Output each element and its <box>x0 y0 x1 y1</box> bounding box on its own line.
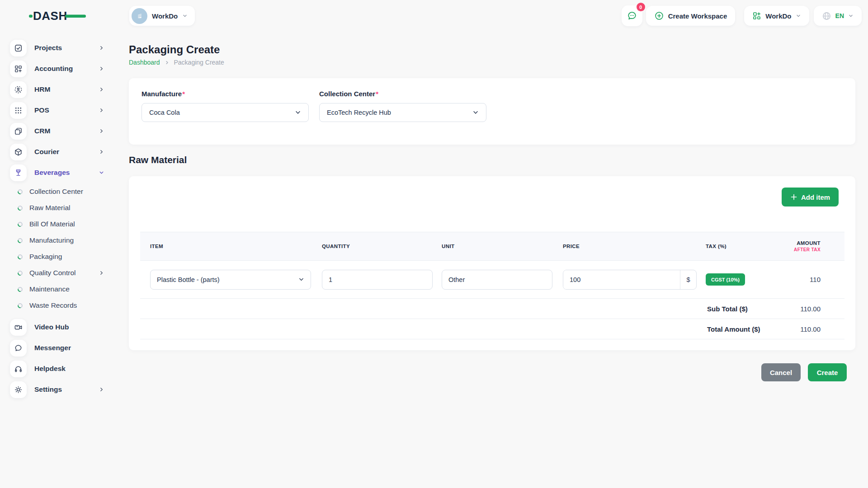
form-actions: Cancel Create <box>129 363 855 381</box>
total-amount-value: 110.00 <box>800 325 821 333</box>
dots-grid-icon <box>10 102 27 119</box>
chevron-right-icon <box>165 60 170 65</box>
sidebar-item-manufacturing[interactable]: Manufacturing <box>10 235 113 246</box>
globe-icon <box>822 11 831 21</box>
manufacture-value: Coca Cola <box>149 109 180 116</box>
grid-plus-icon <box>752 11 761 20</box>
add-item-button[interactable]: Add item <box>782 188 839 206</box>
sidebar-item-waste-records[interactable]: Waste Records <box>10 300 113 311</box>
overlap-squares-icon <box>10 123 27 140</box>
sidebar-item-quality-control[interactable]: Quality Control <box>10 267 113 278</box>
sidebar-item-label: Messenger <box>34 344 71 352</box>
currency-suffix: $ <box>680 270 696 289</box>
chevron-down-icon <box>99 170 104 176</box>
bullet-icon <box>17 189 23 195</box>
sidebar-item-video-hub[interactable]: Video Hub <box>10 319 113 335</box>
sidebar-item-settings[interactable]: Settings <box>10 381 113 398</box>
sidebar-item-raw-material[interactable]: Raw Material <box>10 202 113 213</box>
messages-count-badge: 0 <box>637 3 645 11</box>
workspace-switcher[interactable]: WorkDo <box>129 6 195 26</box>
chevron-down-icon <box>298 277 304 282</box>
collection-center-label: Collection Center* <box>319 90 486 98</box>
quantity-input[interactable] <box>322 270 433 290</box>
language-code: EN <box>835 12 844 19</box>
create-workspace-label: Create Workspace <box>668 12 727 20</box>
sidebar-item-label: Settings <box>34 385 62 394</box>
dash-logo[interactable]: DASH <box>29 9 86 23</box>
circle-plus-icon <box>654 11 664 21</box>
chevron-down-icon <box>295 109 301 116</box>
col-header-item: ITEM <box>140 244 322 249</box>
sidebar-subitem-label: Collection Center <box>29 188 83 196</box>
sidebar-item-collection-center[interactable]: Collection Center <box>10 186 113 197</box>
language-selector[interactable]: EN <box>814 6 862 26</box>
sidebar-item-label: CRM <box>34 127 50 135</box>
main-content: Packaging Create Dashboard Packaging Cre… <box>129 32 855 381</box>
chevron-right-icon <box>99 128 104 134</box>
messages-button[interactable]: 0 <box>622 5 642 26</box>
required-asterisk: * <box>182 90 185 98</box>
page-title: Packaging Create <box>129 43 855 56</box>
item-cell: Plastic Bottle - (parts) <box>140 270 322 290</box>
sidebar-item-beverages[interactable]: Beverages <box>10 164 113 181</box>
raw-material-card: Add item ITEM QUANTITY UNIT PRICE TAX (%… <box>129 176 855 350</box>
sidebar-item-helpdesk[interactable]: Helpdesk <box>10 361 113 377</box>
sidebar-subitem-label: Bill Of Material <box>29 220 75 228</box>
chevron-right-icon <box>99 149 104 155</box>
chevron-down-icon <box>472 109 479 116</box>
sidebar-item-projects[interactable]: Projects <box>10 40 113 56</box>
cancel-button[interactable]: Cancel <box>761 363 801 381</box>
breadcrumb-dashboard-link[interactable]: Dashboard <box>129 59 160 66</box>
sidebar-item-maintenance[interactable]: Maintenance <box>10 284 113 295</box>
sidebar-item-packaging[interactable]: Packaging <box>10 251 113 262</box>
chevron-right-icon <box>99 87 104 93</box>
workdo-menu-label: WorkDo <box>765 12 791 20</box>
create-button[interactable]: Create <box>808 363 847 381</box>
sidebar-item-label: Beverages <box>34 169 70 177</box>
item-value: Plastic Bottle - (parts) <box>157 276 220 283</box>
grid-plus-icon <box>10 61 27 77</box>
person-target-icon <box>10 81 27 98</box>
sidebar-item-bill-of-material[interactable]: Bill Of Material <box>10 219 113 230</box>
sidebar-item-pos[interactable]: POS <box>10 102 113 118</box>
price-input-group: $ <box>563 270 697 290</box>
table-row: Plastic Bottle - (parts) $ <box>140 261 844 299</box>
manufacture-select[interactable]: Coca Cola <box>142 103 309 122</box>
sidebar-item-messenger[interactable]: Messenger <box>10 340 113 356</box>
collection-center-value: EcoTech Recycle Hub <box>327 109 391 116</box>
unit-cell <box>442 270 563 290</box>
chevron-right-icon <box>99 270 104 276</box>
workdo-menu-button[interactable]: WorkDo <box>744 6 809 26</box>
sidebar-item-label: Accounting <box>34 65 73 73</box>
sidebar-item-label: Projects <box>34 44 62 52</box>
raw-material-table: ITEM QUANTITY UNIT PRICE TAX (%) AMOUNT … <box>140 232 844 339</box>
chevron-right-icon <box>99 387 104 393</box>
bullet-icon <box>17 205 23 211</box>
create-workspace-button[interactable]: Create Workspace <box>646 6 736 26</box>
col-header-quantity: QUANTITY <box>322 244 442 249</box>
sidebar-item-courier[interactable]: Courier <box>10 144 113 160</box>
sidebar-item-label: POS <box>34 106 49 114</box>
item-select[interactable]: Plastic Bottle - (parts) <box>150 270 311 290</box>
packaging-form-card: Manufacture* Coca Cola Collection Center… <box>129 78 855 145</box>
sub-total-value: 110.00 <box>800 305 821 313</box>
sidebar-item-hrm[interactable]: HRM <box>10 81 113 98</box>
required-asterisk: * <box>376 90 378 98</box>
sidebar-item-crm[interactable]: CRM <box>10 123 113 139</box>
sidebar: Projects Accounting HRM POS <box>0 32 113 488</box>
bullet-icon <box>17 238 23 244</box>
sidebar-item-accounting[interactable]: Accounting <box>10 61 113 77</box>
workspace-avatar <box>132 8 147 24</box>
total-amount-row: Total Amount ($) 110.00 <box>140 319 844 339</box>
video-camera-icon <box>10 319 27 336</box>
manufacture-label: Manufacture* <box>142 90 309 98</box>
collection-center-select[interactable]: EcoTech Recycle Hub <box>319 103 486 122</box>
checkbox-icon <box>10 40 27 56</box>
price-input[interactable] <box>563 270 680 289</box>
table-header-row: ITEM QUANTITY UNIT PRICE TAX (%) AMOUNT … <box>140 232 844 261</box>
top-bar: DASH WorkDo 0 Create Workspace <box>0 0 868 32</box>
chat-dots-icon <box>627 10 637 21</box>
unit-input[interactable] <box>442 270 552 290</box>
sub-total-row: Sub Total ($) 110.00 <box>140 299 844 319</box>
chevron-down-icon <box>848 13 854 19</box>
